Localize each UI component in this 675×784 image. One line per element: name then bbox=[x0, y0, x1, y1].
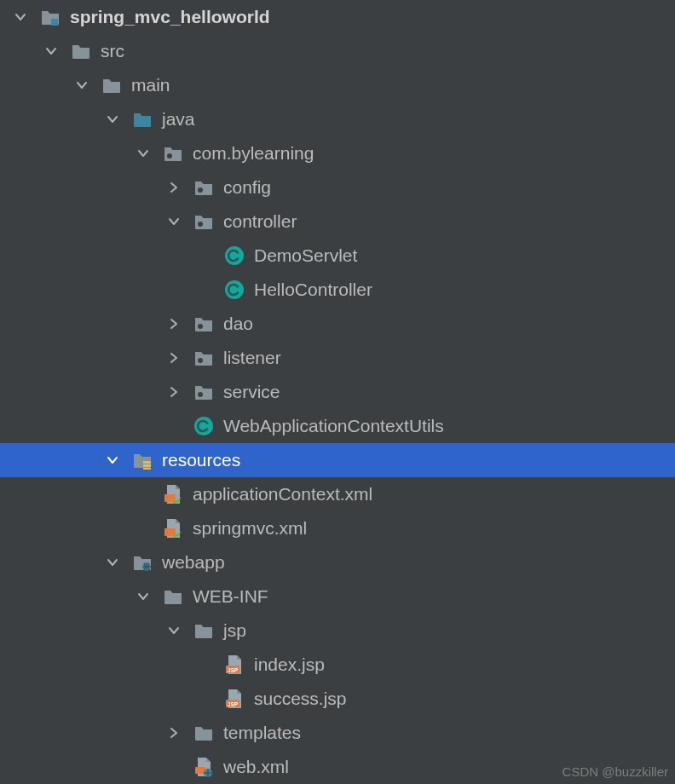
project-tree[interactable]: spring_mvc_helloworld src main java com.… bbox=[0, 0, 675, 784]
svg-rect-10 bbox=[143, 461, 151, 464]
tree-row[interactable]: web.xml bbox=[0, 750, 675, 784]
svg-point-1 bbox=[167, 153, 172, 159]
tree-row-label: jsp bbox=[223, 614, 246, 648]
tree-row-label: service bbox=[223, 375, 280, 409]
class-icon bbox=[193, 415, 215, 437]
chevron-down-icon[interactable] bbox=[102, 109, 123, 130]
class-icon bbox=[223, 245, 245, 267]
svg-point-8 bbox=[198, 392, 203, 397]
tree-row-label: controller bbox=[223, 205, 297, 239]
package-icon bbox=[162, 142, 184, 164]
chevron-down-icon[interactable] bbox=[102, 552, 123, 573]
tree-row[interactable]: listener bbox=[0, 341, 675, 375]
svg-point-6 bbox=[198, 324, 203, 329]
package-icon bbox=[193, 381, 215, 403]
folder-gray-icon bbox=[101, 74, 123, 96]
tree-row-label: applicationContext.xml bbox=[193, 477, 372, 511]
tree-row-label: WEB-INF bbox=[193, 579, 268, 614]
folder-gray-icon bbox=[162, 585, 184, 608]
svg-point-7 bbox=[198, 358, 203, 363]
tree-row-label: web.xml bbox=[223, 750, 289, 784]
tree-row[interactable]: jsp bbox=[0, 614, 675, 648]
tree-row-label: resources bbox=[162, 443, 240, 477]
tree-row-label: index.jsp bbox=[254, 648, 325, 682]
folder-blue-icon bbox=[131, 108, 153, 130]
spring-xml-icon bbox=[162, 483, 184, 505]
chevron-down-icon[interactable] bbox=[164, 620, 184, 641]
tree-row-label: DemoServlet bbox=[254, 239, 357, 273]
jsp-icon: JSP bbox=[223, 654, 245, 676]
chevron-right-icon[interactable] bbox=[164, 723, 184, 743]
tree-row[interactable]: springmvc.xml bbox=[0, 511, 675, 545]
package-icon bbox=[193, 347, 215, 369]
chevron-down-icon[interactable] bbox=[102, 450, 123, 470]
package-icon bbox=[193, 210, 215, 233]
svg-rect-12 bbox=[143, 468, 151, 470]
chevron-down-icon[interactable] bbox=[164, 211, 184, 232]
tree-row[interactable]: WEB-INF bbox=[0, 579, 675, 614]
tree-row-label: springmvc.xml bbox=[193, 511, 307, 545]
web-xml-icon bbox=[193, 756, 215, 778]
module-icon bbox=[39, 6, 61, 28]
tree-row-label: src bbox=[101, 34, 124, 68]
tree-row[interactable]: java bbox=[0, 102, 675, 136]
tree-row-label: com.bylearning bbox=[193, 136, 314, 170]
svg-text:JSP: JSP bbox=[228, 667, 239, 673]
tree-row-label: templates bbox=[223, 716, 301, 750]
tree-row-label: success.jsp bbox=[254, 682, 347, 716]
chevron-down-icon[interactable] bbox=[72, 75, 92, 95]
svg-point-2 bbox=[198, 187, 203, 193]
tree-row-label: HelloController bbox=[254, 273, 372, 307]
svg-rect-11 bbox=[143, 464, 151, 467]
chevron-right-icon[interactable] bbox=[164, 314, 184, 334]
tree-row[interactable]: com.bylearning bbox=[0, 136, 675, 170]
package-icon bbox=[193, 176, 215, 199]
tree-row-label: WebApplicationContextUtils bbox=[223, 409, 444, 443]
chevron-down-icon[interactable] bbox=[10, 7, 31, 27]
chevron-down-icon[interactable] bbox=[41, 41, 61, 61]
tree-row[interactable]: DemoServlet bbox=[0, 239, 675, 273]
tree-row[interactable]: webapp bbox=[0, 545, 675, 579]
tree-row[interactable]: HelloController bbox=[0, 273, 675, 307]
chevron-down-icon[interactable] bbox=[133, 586, 153, 607]
tree-row[interactable]: resources bbox=[0, 443, 675, 477]
svg-point-3 bbox=[198, 222, 203, 227]
chevron-right-icon[interactable] bbox=[164, 177, 184, 198]
folder-gray-icon bbox=[193, 722, 215, 744]
folder-web-icon bbox=[131, 551, 153, 574]
tree-row-label: java bbox=[162, 102, 195, 136]
tree-row[interactable]: service bbox=[0, 375, 675, 409]
tree-row[interactable]: templates bbox=[0, 716, 675, 750]
folder-gray-icon bbox=[193, 620, 215, 642]
class-icon bbox=[223, 279, 245, 301]
tree-row[interactable]: controller bbox=[0, 205, 675, 239]
folder-gray-icon bbox=[70, 40, 92, 62]
resources-icon bbox=[131, 449, 153, 471]
tree-row[interactable]: dao bbox=[0, 307, 675, 341]
tree-row-label: listener bbox=[223, 341, 281, 375]
tree-row[interactable]: WebApplicationContextUtils bbox=[0, 409, 675, 443]
chevron-right-icon[interactable] bbox=[164, 382, 184, 402]
chevron-right-icon[interactable] bbox=[164, 348, 184, 368]
chevron-down-icon[interactable] bbox=[133, 143, 153, 164]
tree-row-label: main bbox=[131, 68, 170, 102]
tree-row[interactable]: src bbox=[0, 34, 675, 68]
tree-row[interactable]: JSP success.jsp bbox=[0, 682, 675, 716]
tree-row[interactable]: spring_mvc_helloworld bbox=[0, 0, 675, 34]
package-icon bbox=[193, 313, 215, 335]
tree-row-label: dao bbox=[223, 307, 253, 341]
tree-row[interactable]: main bbox=[0, 68, 675, 102]
jsp-icon: JSP bbox=[223, 688, 245, 710]
tree-row-label: webapp bbox=[162, 545, 225, 579]
spring-xml-icon bbox=[162, 517, 184, 539]
tree-row[interactable]: config bbox=[0, 170, 675, 205]
tree-row[interactable]: JSP index.jsp bbox=[0, 648, 675, 682]
tree-row-label: config bbox=[223, 170, 271, 205]
tree-row-label: spring_mvc_helloworld bbox=[70, 0, 270, 34]
tree-row[interactable]: applicationContext.xml bbox=[0, 477, 675, 511]
svg-text:JSP: JSP bbox=[228, 701, 239, 707]
svg-rect-0 bbox=[51, 19, 58, 26]
